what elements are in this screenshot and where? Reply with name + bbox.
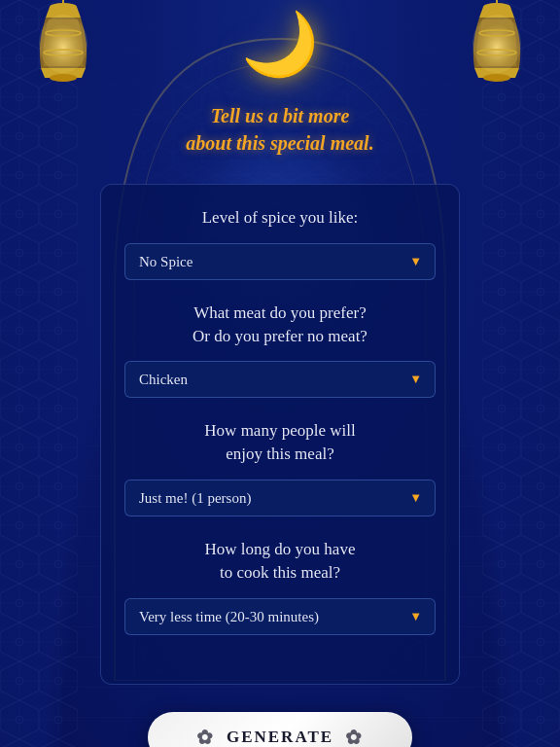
time-dropdown[interactable]: Very less time (20-30 minutes) 30-45 min… xyxy=(124,598,436,635)
spice-section: Level of spice you like: No Spice Mild M… xyxy=(124,206,436,280)
time-question: How long do you have to cook this meal? xyxy=(124,538,436,585)
preferences-card: Level of spice you like: No Spice Mild M… xyxy=(100,184,460,685)
spice-dropdown[interactable]: No Spice Mild Medium Hot Extra Hot xyxy=(124,243,436,280)
generate-button[interactable]: ✿ GENERATE ✿ xyxy=(148,712,412,747)
generate-label: GENERATE xyxy=(227,728,333,747)
meat-section: What meat do you prefer? Or do you prefe… xyxy=(124,302,436,399)
meat-dropdown[interactable]: Chicken Beef Lamb Fish No Meat xyxy=(124,361,436,398)
spice-question: Level of spice you like: xyxy=(124,206,436,230)
meat-dropdown-wrap: Chicken Beef Lamb Fish No Meat ▼ xyxy=(124,361,436,398)
time-dropdown-wrap: Very less time (20-30 minutes) 30-45 min… xyxy=(124,598,436,635)
generate-icon-left: ✿ xyxy=(196,726,215,747)
time-section: How long do you have to cook this meal? … xyxy=(124,538,436,635)
headline: Tell us a bit more about this special me… xyxy=(186,102,373,157)
people-dropdown[interactable]: Just me! (1 person) 2 people 3-4 people … xyxy=(124,480,436,516)
spice-dropdown-wrap: No Spice Mild Medium Hot Extra Hot ▼ xyxy=(124,243,436,280)
generate-icon-right: ✿ xyxy=(345,726,364,747)
people-dropdown-wrap: Just me! (1 person) 2 people 3-4 people … xyxy=(124,480,436,516)
meat-question: What meat do you prefer? Or do you prefe… xyxy=(124,302,436,348)
people-question: How many people will enjoy this meal? xyxy=(124,419,436,466)
people-section: How many people will enjoy this meal? Ju… xyxy=(124,419,436,516)
